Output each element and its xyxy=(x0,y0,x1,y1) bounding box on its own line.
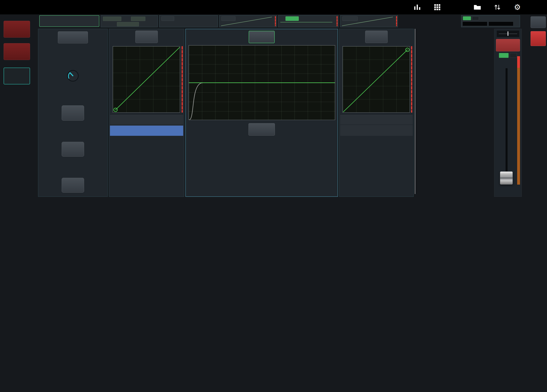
mute-enable-button[interactable] xyxy=(531,31,546,46)
selected-channel-strip xyxy=(494,29,522,197)
meter-clip-segment xyxy=(517,56,520,68)
grid-icon[interactable] xyxy=(433,3,442,12)
left-sidebar xyxy=(3,17,34,392)
mini-insert-chip xyxy=(161,16,174,21)
mini-main-meter-panel[interactable] xyxy=(461,15,520,27)
mini-lowcut-chip xyxy=(117,22,139,27)
mini-lr-meter xyxy=(463,22,487,26)
right-rail xyxy=(530,15,547,392)
phase-button[interactable] xyxy=(62,105,84,121)
mini-input-panel[interactable] xyxy=(101,15,158,27)
fx-sidebar-button[interactable] xyxy=(4,43,30,60)
comp-section xyxy=(339,29,414,197)
pan-tick xyxy=(507,31,508,36)
folder-icon[interactable] xyxy=(473,3,482,12)
mono-tag[interactable] xyxy=(510,53,517,58)
peq-graph[interactable] xyxy=(189,45,335,120)
gate-section xyxy=(109,29,184,197)
lowcut-button[interactable] xyxy=(248,123,275,136)
pan-indicator[interactable] xyxy=(497,31,519,37)
mixer-app: ⚙ xyxy=(0,0,547,392)
mini-comp-curve xyxy=(340,15,398,27)
bus-sends-list xyxy=(415,29,492,194)
mini-gate-curve xyxy=(219,15,277,27)
channel-overview-row xyxy=(37,15,525,28)
comp-gain-reduction-meter xyxy=(411,46,412,113)
mini-peq-curve xyxy=(278,15,339,27)
mini-peq-panel[interactable] xyxy=(278,15,338,27)
fader-track xyxy=(506,68,507,185)
gate-state-button[interactable] xyxy=(135,31,158,43)
channel-detail-area xyxy=(37,28,525,198)
group-button[interactable] xyxy=(4,21,30,38)
comp-curve xyxy=(343,47,410,113)
sort-arrows-icon[interactable] xyxy=(493,3,502,12)
mini-comp-meter xyxy=(396,16,397,26)
lr-tag[interactable] xyxy=(499,53,509,58)
meters-icon[interactable] xyxy=(413,3,422,12)
decay-param-button[interactable] xyxy=(4,68,30,84)
mini-insert-panel[interactable] xyxy=(159,15,218,27)
gate-range-row[interactable] xyxy=(110,125,183,136)
comp-ratio-row[interactable] xyxy=(340,125,413,136)
mini-phantom-chip xyxy=(103,17,121,21)
fine-button[interactable] xyxy=(531,16,546,28)
comp-graph[interactable] xyxy=(342,46,410,113)
more-button[interactable] xyxy=(533,3,542,12)
gear-icon[interactable]: ⚙ xyxy=(513,3,522,12)
peq-response-line xyxy=(189,82,335,83)
level-meter xyxy=(517,56,520,185)
top-bar: ⚙ xyxy=(0,0,547,14)
overview-tab-button[interactable] xyxy=(39,15,99,27)
fx-button[interactable] xyxy=(453,3,462,12)
config-section xyxy=(38,29,108,197)
peq-section xyxy=(185,29,338,197)
phantom-button[interactable] xyxy=(62,142,84,157)
mini-mono-meter xyxy=(489,22,513,26)
peq-state-button[interactable] xyxy=(249,31,275,43)
comp-state-button[interactable] xyxy=(365,31,388,43)
gate-gain-reduction-meter xyxy=(182,46,183,113)
gate-threshold-row[interactable] xyxy=(110,115,183,125)
comp-threshold-row[interactable] xyxy=(340,115,413,125)
mini-lr-tag xyxy=(463,16,471,20)
config-button[interactable] xyxy=(58,31,88,43)
mini-delay-chip xyxy=(131,17,145,21)
mini-comp-panel[interactable] xyxy=(340,15,398,27)
top-bar-icons: ⚙ xyxy=(413,3,542,12)
gate-graph[interactable] xyxy=(113,46,180,113)
mini-gate-meter xyxy=(275,16,276,26)
fader-area xyxy=(494,66,522,186)
gate-curve xyxy=(113,47,180,113)
mini-gate-panel[interactable] xyxy=(219,15,277,27)
mini-mono-tag xyxy=(472,16,479,20)
link-button[interactable] xyxy=(62,178,84,193)
mini-peq-meter xyxy=(337,16,338,26)
gain-knob[interactable] xyxy=(67,69,79,82)
mute-button[interactable] xyxy=(496,39,520,51)
fader-handle[interactable] xyxy=(500,171,513,185)
